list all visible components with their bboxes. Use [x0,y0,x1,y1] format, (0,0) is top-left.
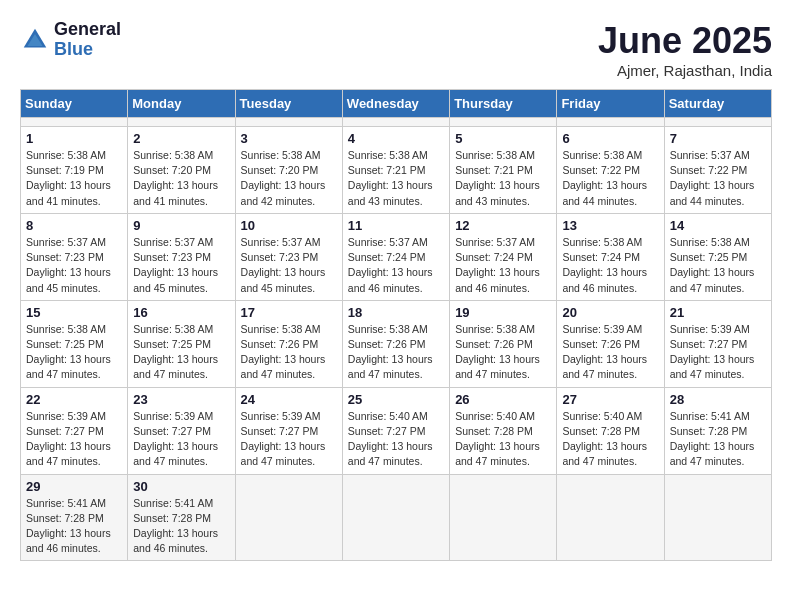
day-9: 9 Sunrise: 5:37 AMSunset: 7:23 PMDayligh… [128,213,235,300]
day-10: 10 Sunrise: 5:37 AMSunset: 7:23 PMDaylig… [235,213,342,300]
day-info: Sunrise: 5:38 AMSunset: 7:26 PMDaylight:… [455,322,551,383]
day-18: 18 Sunrise: 5:38 AMSunset: 7:26 PMDaylig… [342,300,449,387]
day-number: 2 [133,131,229,146]
day-number: 13 [562,218,658,233]
col-thursday: Thursday [450,90,557,118]
week-row-4: 15 Sunrise: 5:38 AMSunset: 7:25 PMDaylig… [21,300,772,387]
empty-cell [664,118,771,127]
page-header: General Blue June 2025 Ajmer, Rajasthan,… [20,20,772,79]
week-row-3: 8 Sunrise: 5:37 AMSunset: 7:23 PMDayligh… [21,213,772,300]
day-number: 19 [455,305,551,320]
day-info: Sunrise: 5:39 AMSunset: 7:27 PMDaylight:… [133,409,229,470]
day-info: Sunrise: 5:38 AMSunset: 7:20 PMDaylight:… [241,148,337,209]
day-number: 24 [241,392,337,407]
day-number: 8 [26,218,122,233]
empty-cell [450,118,557,127]
day-16: 16 Sunrise: 5:38 AMSunset: 7:25 PMDaylig… [128,300,235,387]
day-info: Sunrise: 5:39 AMSunset: 7:27 PMDaylight:… [241,409,337,470]
day-info: Sunrise: 5:40 AMSunset: 7:27 PMDaylight:… [348,409,444,470]
day-number: 5 [455,131,551,146]
day-29: 29 Sunrise: 5:41 AMSunset: 7:28 PMDaylig… [21,474,128,561]
empty-cell [342,118,449,127]
day-info: Sunrise: 5:38 AMSunset: 7:21 PMDaylight:… [455,148,551,209]
col-monday: Monday [128,90,235,118]
day-12: 12 Sunrise: 5:37 AMSunset: 7:24 PMDaylig… [450,213,557,300]
day-info: Sunrise: 5:38 AMSunset: 7:19 PMDaylight:… [26,148,122,209]
day-7: 7 Sunrise: 5:37 AMSunset: 7:22 PMDayligh… [664,127,771,214]
day-info: Sunrise: 5:40 AMSunset: 7:28 PMDaylight:… [455,409,551,470]
day-4: 4 Sunrise: 5:38 AMSunset: 7:21 PMDayligh… [342,127,449,214]
day-number: 7 [670,131,766,146]
day-number: 28 [670,392,766,407]
col-saturday: Saturday [664,90,771,118]
day-number: 14 [670,218,766,233]
day-info: Sunrise: 5:41 AMSunset: 7:28 PMDaylight:… [670,409,766,470]
day-info: Sunrise: 5:37 AMSunset: 7:23 PMDaylight:… [26,235,122,296]
location: Ajmer, Rajasthan, India [598,62,772,79]
day-info: Sunrise: 5:38 AMSunset: 7:25 PMDaylight:… [26,322,122,383]
day-number: 25 [348,392,444,407]
day-info: Sunrise: 5:41 AMSunset: 7:28 PMDaylight:… [26,496,122,557]
day-info: Sunrise: 5:38 AMSunset: 7:25 PMDaylight:… [670,235,766,296]
empty-cell [557,474,664,561]
day-number: 30 [133,479,229,494]
day-number: 21 [670,305,766,320]
day-info: Sunrise: 5:41 AMSunset: 7:28 PMDaylight:… [133,496,229,557]
day-number: 4 [348,131,444,146]
day-number: 22 [26,392,122,407]
day-info: Sunrise: 5:37 AMSunset: 7:24 PMDaylight:… [455,235,551,296]
day-8: 8 Sunrise: 5:37 AMSunset: 7:23 PMDayligh… [21,213,128,300]
title-area: June 2025 Ajmer, Rajasthan, India [598,20,772,79]
day-3: 3 Sunrise: 5:38 AMSunset: 7:20 PMDayligh… [235,127,342,214]
day-info: Sunrise: 5:37 AMSunset: 7:23 PMDaylight:… [241,235,337,296]
day-24: 24 Sunrise: 5:39 AMSunset: 7:27 PMDaylig… [235,387,342,474]
day-number: 15 [26,305,122,320]
month-title: June 2025 [598,20,772,62]
day-info: Sunrise: 5:38 AMSunset: 7:26 PMDaylight:… [241,322,337,383]
day-2: 2 Sunrise: 5:38 AMSunset: 7:20 PMDayligh… [128,127,235,214]
day-number: 26 [455,392,551,407]
day-number: 1 [26,131,122,146]
logo-icon [20,25,50,55]
day-info: Sunrise: 5:38 AMSunset: 7:25 PMDaylight:… [133,322,229,383]
day-number: 17 [241,305,337,320]
week-row-5: 22 Sunrise: 5:39 AMSunset: 7:27 PMDaylig… [21,387,772,474]
day-number: 20 [562,305,658,320]
day-info: Sunrise: 5:37 AMSunset: 7:22 PMDaylight:… [670,148,766,209]
day-25: 25 Sunrise: 5:40 AMSunset: 7:27 PMDaylig… [342,387,449,474]
empty-cell [235,474,342,561]
day-22: 22 Sunrise: 5:39 AMSunset: 7:27 PMDaylig… [21,387,128,474]
day-info: Sunrise: 5:38 AMSunset: 7:26 PMDaylight:… [348,322,444,383]
col-sunday: Sunday [21,90,128,118]
day-info: Sunrise: 5:39 AMSunset: 7:27 PMDaylight:… [26,409,122,470]
day-info: Sunrise: 5:39 AMSunset: 7:26 PMDaylight:… [562,322,658,383]
logo-text: General Blue [54,20,121,60]
day-number: 6 [562,131,658,146]
day-6: 6 Sunrise: 5:38 AMSunset: 7:22 PMDayligh… [557,127,664,214]
logo-general-text: General [54,20,121,40]
calendar-table: Sunday Monday Tuesday Wednesday Thursday… [20,89,772,561]
empty-cell [664,474,771,561]
day-info: Sunrise: 5:37 AMSunset: 7:23 PMDaylight:… [133,235,229,296]
empty-cell [235,118,342,127]
day-15: 15 Sunrise: 5:38 AMSunset: 7:25 PMDaylig… [21,300,128,387]
day-number: 29 [26,479,122,494]
day-info: Sunrise: 5:39 AMSunset: 7:27 PMDaylight:… [670,322,766,383]
empty-cell [557,118,664,127]
day-number: 27 [562,392,658,407]
logo-blue-text: Blue [54,40,121,60]
day-number: 16 [133,305,229,320]
day-5: 5 Sunrise: 5:38 AMSunset: 7:21 PMDayligh… [450,127,557,214]
day-info: Sunrise: 5:37 AMSunset: 7:24 PMDaylight:… [348,235,444,296]
day-number: 23 [133,392,229,407]
calendar-header-row: Sunday Monday Tuesday Wednesday Thursday… [21,90,772,118]
day-number: 12 [455,218,551,233]
day-number: 10 [241,218,337,233]
empty-cell [21,118,128,127]
col-tuesday: Tuesday [235,90,342,118]
day-21: 21 Sunrise: 5:39 AMSunset: 7:27 PMDaylig… [664,300,771,387]
day-info: Sunrise: 5:38 AMSunset: 7:24 PMDaylight:… [562,235,658,296]
day-number: 18 [348,305,444,320]
day-13: 13 Sunrise: 5:38 AMSunset: 7:24 PMDaylig… [557,213,664,300]
day-info: Sunrise: 5:38 AMSunset: 7:22 PMDaylight:… [562,148,658,209]
